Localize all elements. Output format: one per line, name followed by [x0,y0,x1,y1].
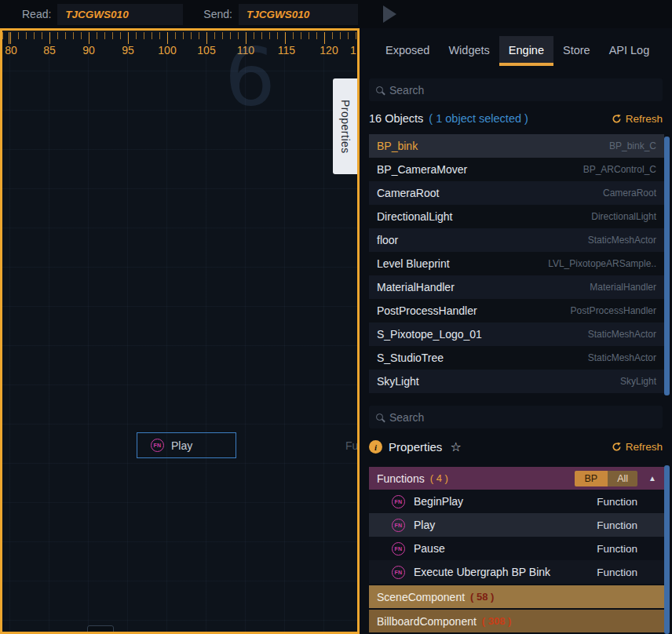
scenecomponent-header[interactable]: SceneComponent ( 58 ) [369,585,664,608]
object-type: StaticMeshActor [588,352,656,363]
function-type: Function [597,567,637,578]
function-type: Function [597,496,637,508]
tab-api-log[interactable]: API Log [600,36,659,66]
object-type: BP_bink_C [609,140,656,151]
objects-selected-count[interactable]: ( 1 object selected ) [429,112,528,125]
section-title: BillboardComponent [377,615,477,628]
grid-background [2,31,357,632]
object-name: BP_CameraMover [377,163,467,176]
function-row[interactable]: FN Pause Function [369,537,664,560]
function-ghost-label: Func [345,439,360,452]
partial-node[interactable] [87,625,114,634]
object-name: PostProcessHandler [377,304,477,317]
properties-side-tab[interactable]: Properties [333,78,357,174]
properties-search[interactable] [369,406,663,428]
send-label: Send: [203,8,232,20]
filter-segmented-control: BP All [575,471,638,486]
ruler-number: 90 [82,44,95,56]
collapse-icon[interactable]: ▲ [648,474,656,483]
play-function-node[interactable]: FN Play [137,432,236,458]
objects-search-input[interactable] [389,84,656,97]
function-name: Play [414,519,435,531]
top-bar: Read: Send: [0,0,672,28]
ruler-number: 100 [158,44,176,56]
function-row[interactable]: FN Execute Ubergraph BP Bink Function [369,560,664,584]
object-row[interactable]: PostProcessHandler PostProcessHandler [369,299,664,322]
functions-section-header[interactable]: Functions ( 4 ) BP All ▲ [369,467,664,490]
refresh-button[interactable]: Refresh [612,113,663,125]
properties-refresh-button[interactable]: Refresh [612,441,663,453]
properties-search-input[interactable] [389,411,656,424]
properties-side-tab-label: Properties [339,100,352,154]
objects-search[interactable] [369,78,663,101]
tab-widgets[interactable]: Widgets [439,36,499,66]
tab-exposed[interactable]: Exposed [376,36,439,66]
bp-filter-button[interactable]: BP [575,471,608,486]
function-list: FN BeginPlay Function FN Play Function F… [369,490,664,584]
object-row[interactable]: DirectionalLight DirectionalLight [369,205,664,228]
object-type: MaterialHandler [590,282,656,293]
refresh-label: Refresh [626,113,663,125]
object-type: PostProcessHandler [571,305,656,316]
object-name: floor [377,234,398,246]
object-type: CameraRoot [603,188,656,199]
billboardcomponent-header[interactable]: BillboardComponent ( 308 ) [369,610,664,632]
function-type: Function [597,543,637,555]
send-input[interactable] [239,4,358,25]
play-icon[interactable] [383,5,396,23]
function-row[interactable]: FN BeginPlay Function [369,490,664,513]
object-type: DirectionalLight [591,211,656,222]
fn-icon: FN [392,566,405,579]
objects-header: 16 Objects ( 1 object selected ) Refresh [369,112,663,125]
object-type: LVL_PixotopeARSample.. [548,258,656,269]
object-row[interactable]: S_Pixotope_Logo_01 StaticMeshActor [369,322,664,346]
graph-viewport[interactable]: 80 85 90 95 100 105 110 115 120 1 6 Prop… [0,28,360,634]
star-icon[interactable]: ☆ [450,439,461,454]
ruler-number: 1 [350,44,356,56]
function-name: Pause [414,542,445,555]
object-name: BP_bink [377,140,418,152]
object-name: SkyLight [377,375,419,388]
refresh-icon [612,442,622,452]
object-row[interactable]: MaterialHandler MaterialHandler [369,275,664,299]
object-list-scrollbar[interactable] [664,137,670,395]
ruler-number: 105 [197,44,215,56]
properties-header: i Properties ☆ Refresh [369,439,663,454]
ruler-number: 120 [320,44,338,56]
object-name: CameraRoot [377,187,439,199]
object-name: DirectionalLight [377,210,453,223]
read-label: Read: [22,8,51,20]
functions-title: Functions [377,472,425,485]
functions-count: ( 4 ) [430,472,448,484]
object-row[interactable]: BP_CameraMover BP_ARControl_C [369,158,664,181]
section-count: ( 308 ) [482,615,512,627]
object-row[interactable]: floor StaticMeshActor [369,228,664,252]
refresh-icon [612,114,622,124]
object-row[interactable]: S_StudioTree StaticMeshActor [369,346,664,370]
function-name: BeginPlay [414,495,463,508]
read-input[interactable] [57,4,183,25]
properties-scrollbar[interactable] [664,465,670,634]
section-title: SceneComponent [377,591,465,603]
object-row[interactable]: SkyLight SkyLight [369,370,664,393]
ruler-number: 85 [43,44,56,56]
object-row[interactable]: BP_bink BP_bink_C [369,134,664,158]
object-row[interactable]: CameraRoot CameraRoot [369,181,664,205]
ruler-ticks-major [2,32,357,44]
object-name: S_StudioTree [377,352,444,364]
watermark-digit: 6 [225,31,276,124]
tab-store[interactable]: Store [553,36,600,66]
ruler-number: 115 [278,44,295,56]
search-icon [376,86,383,93]
all-filter-button[interactable]: All [608,471,637,486]
fn-icon: FN [392,542,405,556]
object-type: StaticMeshActor [588,235,656,246]
engine-panel: Exposed Widgets Engine Store API Log 16 … [360,28,672,634]
function-type: Function [597,519,637,531]
tab-engine[interactable]: Engine [499,36,553,66]
object-row[interactable]: Level Blueprint LVL_PixotopeARSample.. [369,252,664,275]
function-row[interactable]: FN Play Function [369,513,664,537]
info-icon[interactable]: i [369,440,382,454]
section-count: ( 58 ) [470,591,494,603]
objects-count: 16 Objects [369,112,423,125]
